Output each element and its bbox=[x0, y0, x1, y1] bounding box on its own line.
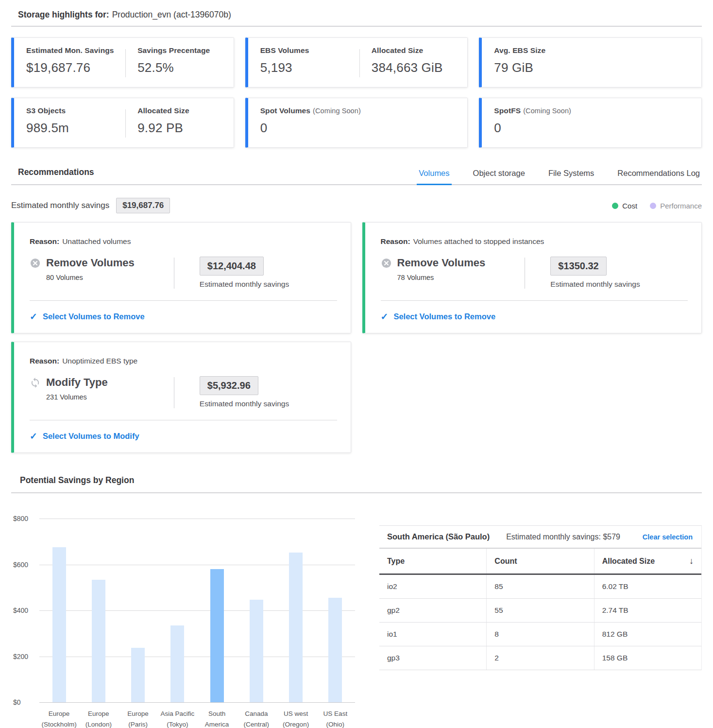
stat-label: EBS Volumes bbox=[260, 46, 359, 55]
stat-label: Savings Precentage bbox=[137, 46, 224, 55]
stat-value: 52.5% bbox=[137, 60, 224, 75]
card-divider bbox=[30, 300, 337, 301]
stat-card-savings: Estimated Mon. Savings $19,687.76 Saving… bbox=[11, 37, 234, 87]
check-icon: ✓ bbox=[381, 311, 389, 322]
column-header-count[interactable]: Count bbox=[486, 549, 594, 573]
x-axis-label: South America(São Paulo) bbox=[197, 709, 237, 728]
tab-recommendations-log[interactable]: Recommendations Log bbox=[615, 169, 702, 185]
table-row[interactable]: gp32158 GB bbox=[379, 646, 701, 670]
card-divider bbox=[30, 420, 337, 420]
legend-label: Performance bbox=[660, 202, 702, 210]
table-row[interactable]: io2856.02 TB bbox=[379, 575, 701, 599]
savings-row: Estimated monthly savings $19,687.76 Cos… bbox=[11, 198, 702, 213]
y-axis-tick: $400 bbox=[13, 607, 36, 614]
tab-volumes[interactable]: Volumes bbox=[417, 169, 451, 185]
header-divider bbox=[11, 26, 702, 27]
estimated-savings-label: Estimated monthly savings bbox=[11, 201, 109, 210]
savings-amount-badge: $1350.32 bbox=[550, 257, 606, 276]
recommendation-card-stopped-instances: Reason:Volumes attached to stopped insta… bbox=[362, 222, 702, 333]
tab-object-storage[interactable]: Object storage bbox=[471, 169, 527, 185]
bar-europe-stockholm[interactable] bbox=[52, 547, 66, 702]
storage-dashboard: Storage highlights for:Production_evn (a… bbox=[0, 0, 713, 728]
table-cell: 8 bbox=[486, 623, 594, 646]
stat-value: 9.92 PB bbox=[137, 121, 224, 136]
reason-text: Reason:Unattached volumes bbox=[30, 237, 337, 246]
chart-legend: CostPerformance bbox=[612, 202, 702, 210]
performance-dot-icon bbox=[650, 203, 656, 209]
stat-label: Estimated Mon. Savings bbox=[26, 46, 125, 55]
stat-card-s3-objects: S3 Objects 989.5m Allocated Size 9.92 PB bbox=[11, 98, 234, 148]
stat-card-spot-volumes: Spot Volumes(Coming Soon) 0 bbox=[245, 98, 468, 148]
stat-label: Spot Volumes(Coming Soon) bbox=[260, 106, 458, 115]
bar-slot bbox=[276, 519, 316, 702]
bar-slot bbox=[197, 519, 237, 702]
bar-europe-paris[interactable] bbox=[131, 648, 145, 702]
select-volumes-to-remove-link[interactable]: ✓ Select Volumes to Remove bbox=[30, 311, 145, 322]
tabs-divider bbox=[11, 184, 702, 185]
tab-file-systems[interactable]: File Systems bbox=[546, 169, 596, 185]
volume-count: 78 Volumes bbox=[397, 274, 525, 281]
column-header-type[interactable]: Type bbox=[379, 549, 486, 573]
table-cell: 2.74 TB bbox=[594, 599, 701, 622]
sort-desc-icon[interactable]: ↓ bbox=[689, 556, 694, 566]
bar-us-east-ohio[interactable] bbox=[328, 598, 342, 702]
stat-value: $19,687.76 bbox=[26, 60, 125, 75]
table-cell: gp3 bbox=[379, 646, 486, 670]
cost-dot-icon bbox=[612, 203, 618, 209]
modify-sync-icon bbox=[30, 377, 41, 388]
bar-us-west-oregon[interactable] bbox=[289, 553, 303, 702]
table-cell: 6.02 TB bbox=[594, 575, 701, 598]
bar-south-america-s-o-paulo[interactable] bbox=[210, 569, 224, 702]
table-cell: io2 bbox=[379, 575, 486, 598]
table-row[interactable]: io18812 GB bbox=[379, 623, 701, 646]
bar-slot bbox=[158, 519, 197, 702]
recommendation-cards: Reason:Unattached volumes Remove Volumes… bbox=[11, 222, 702, 453]
x-axis-label: Canada(Central) bbox=[237, 709, 276, 728]
card-divider bbox=[381, 300, 688, 301]
column-header-allocated-size[interactable]: Allocated Size↓ bbox=[594, 549, 701, 573]
reason-text: Reason:Unoptimized EBS type bbox=[30, 357, 337, 365]
x-axis-label: US west(Oregon) bbox=[276, 709, 316, 728]
recommendation-card-unoptimized-type: Reason:Unoptimized EBS type Modify Type … bbox=[11, 342, 351, 453]
recommendation-card-unattached: Reason:Unattached volumes Remove Volumes… bbox=[11, 222, 351, 333]
recommendations-header: Recommendations VolumesObject storageFil… bbox=[11, 167, 702, 184]
select-volumes-to-modify-link[interactable]: ✓ Select Volumes to Modify bbox=[30, 431, 139, 442]
bar-canada-central[interactable] bbox=[250, 600, 263, 702]
x-axis-label: Europe(Paris) bbox=[119, 709, 158, 728]
selected-region-title: South America (São Paulo) bbox=[387, 532, 490, 541]
bar-slot bbox=[237, 519, 276, 702]
bar-slot bbox=[39, 519, 79, 702]
detail-table-header-row: TypeCountAllocated Size↓ bbox=[379, 549, 701, 575]
remove-circle-icon bbox=[30, 258, 41, 269]
action-title: Remove Volumes bbox=[46, 257, 135, 269]
table-cell: 55 bbox=[486, 599, 594, 622]
stat-card-avg-ebs-size: Avg. EBS Size 79 GiB bbox=[479, 37, 702, 87]
savings-by-region-chart: $800$600$400$200$0 Europe(Stockholm)Euro… bbox=[11, 493, 355, 728]
bar-slot bbox=[79, 519, 118, 702]
bar-europe-london[interactable] bbox=[92, 580, 105, 702]
stat-value: 0 bbox=[260, 121, 458, 136]
table-cell: 85 bbox=[486, 575, 594, 598]
select-volumes-to-remove-link[interactable]: ✓ Select Volumes to Remove bbox=[381, 311, 496, 322]
check-icon: ✓ bbox=[30, 311, 37, 322]
x-axis-label: US East(Ohio) bbox=[316, 709, 355, 728]
volume-count: 231 Volumes bbox=[46, 393, 174, 401]
legend-item-cost: Cost bbox=[612, 202, 637, 210]
clear-selection-link[interactable]: Clear selection bbox=[643, 533, 693, 541]
reason-text: Reason:Volumes attached to stopped insta… bbox=[381, 237, 688, 246]
savings-amount-badge: $5,932.96 bbox=[200, 376, 258, 395]
bar-asia-pacific-tokyo[interactable] bbox=[170, 625, 184, 702]
y-axis-tick: $200 bbox=[13, 653, 36, 660]
recommendations-heading: Recommendations bbox=[18, 167, 94, 184]
table-row[interactable]: gp2552.74 TB bbox=[379, 599, 701, 623]
stat-label: SpotFS(Coming Soon) bbox=[494, 106, 692, 115]
bar-slot bbox=[316, 519, 355, 702]
coming-soon-note: (Coming Soon) bbox=[313, 107, 361, 115]
stat-value: 989.5m bbox=[26, 121, 125, 136]
storage-highlights-cards: Estimated Mon. Savings $19,687.76 Saving… bbox=[11, 37, 702, 148]
stat-label: Avg. EBS Size bbox=[494, 46, 692, 55]
legend-item-performance: Performance bbox=[650, 202, 702, 210]
bar-slot bbox=[119, 519, 158, 702]
recommendations-tabs: VolumesObject storageFile SystemsRecomme… bbox=[417, 169, 702, 184]
legend-label: Cost bbox=[622, 202, 637, 210]
